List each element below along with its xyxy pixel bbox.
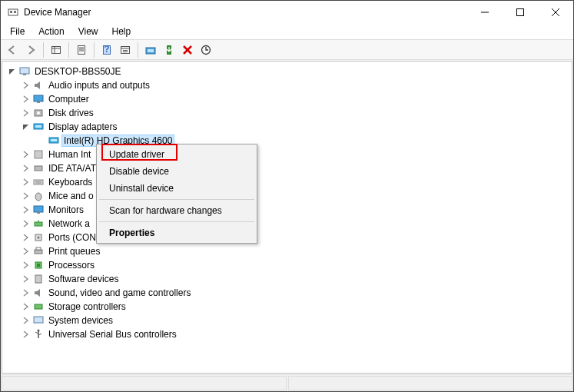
- tree-node-disk[interactable]: Disk drives: [2, 106, 572, 120]
- chevron-right-icon[interactable]: [21, 95, 32, 103]
- minimize-button[interactable]: [467, 1, 503, 24]
- context-properties[interactable]: Properties: [98, 224, 255, 241]
- chevron-right-icon[interactable]: [21, 206, 32, 214]
- node-label: Computer: [47, 94, 91, 105]
- tree-root-label: DESKTOP-BBS50JE: [33, 66, 123, 77]
- ide-icon: [32, 163, 45, 174]
- statusbar-cell: [2, 376, 287, 390]
- chevron-right-icon[interactable]: [21, 317, 32, 324]
- tree-node-network[interactable]: Network a: [2, 217, 572, 231]
- node-label: IDE ATA/AT: [47, 163, 98, 174]
- context-uninstall-device[interactable]: Uninstall device: [98, 180, 255, 197]
- node-label: Network a: [47, 218, 91, 229]
- context-update-driver[interactable]: Update driver: [98, 146, 255, 163]
- tree-node-keyboards[interactable]: Keyboards: [2, 175, 572, 189]
- enable-device-button[interactable]: [161, 42, 178, 58]
- action-button[interactable]: [117, 42, 134, 58]
- show-hide-tree-button[interactable]: [48, 42, 65, 58]
- tree-pane[interactable]: DESKTOP-BBS50JE Audio inputs and outputs…: [2, 61, 572, 374]
- svg-rect-27: [23, 74, 26, 75]
- statusbar: [1, 374, 573, 391]
- forward-button[interactable]: [22, 42, 39, 58]
- svg-text:?: ?: [104, 45, 109, 55]
- svg-rect-44: [35, 222, 42, 226]
- menu-file[interactable]: File: [4, 25, 31, 38]
- chevron-right-icon[interactable]: [21, 247, 32, 255]
- svg-rect-2: [14, 11, 16, 13]
- chevron-right-icon[interactable]: [21, 331, 32, 338]
- menu-action[interactable]: Action: [32, 25, 70, 38]
- menu-help[interactable]: Help: [106, 25, 138, 38]
- svg-point-47: [38, 237, 40, 239]
- back-button[interactable]: [4, 42, 21, 58]
- chevron-right-icon[interactable]: [21, 220, 32, 228]
- chevron-down-icon[interactable]: [21, 123, 32, 131]
- tree-node-hid[interactable]: Human Int: [2, 148, 572, 161]
- close-button[interactable]: [538, 1, 573, 24]
- tree-node-sound[interactable]: Sound, video and game controllers: [2, 286, 572, 300]
- tree-node-gpu[interactable]: Intel(R) HD Graphics 4600: [2, 134, 572, 148]
- keyboard-icon: [32, 177, 45, 188]
- chevron-down-icon[interactable]: [7, 68, 18, 75]
- chevron-right-icon[interactable]: [21, 261, 32, 269]
- svg-rect-33: [35, 125, 41, 128]
- svg-point-31: [37, 111, 40, 115]
- disk-icon: [32, 108, 45, 118]
- chevron-right-icon[interactable]: [21, 275, 32, 283]
- separator: [138, 42, 138, 58]
- device-tree: DESKTOP-BBS50JE Audio inputs and outputs…: [2, 65, 572, 341]
- properties-button[interactable]: [73, 42, 90, 58]
- chevron-right-icon[interactable]: [21, 178, 32, 186]
- node-label: Disk drives: [47, 108, 95, 118]
- chevron-right-icon[interactable]: [21, 234, 32, 241]
- tree-node-mice[interactable]: Mice and o: [2, 189, 572, 203]
- tree-node-printq[interactable]: Print queues: [2, 244, 572, 258]
- svg-rect-53: [35, 304, 42, 309]
- menu-view[interactable]: View: [72, 25, 105, 38]
- tree-root[interactable]: DESKTOP-BBS50JE: [2, 65, 572, 78]
- node-label: Audio inputs and outputs: [47, 80, 151, 91]
- help-button[interactable]: ?: [98, 42, 115, 58]
- chevron-right-icon[interactable]: [21, 164, 32, 172]
- tree-node-ide[interactable]: IDE ATA/AT: [2, 161, 572, 175]
- chevron-right-icon[interactable]: [21, 151, 32, 158]
- tree-node-processors[interactable]: Processors: [2, 258, 572, 272]
- maximize-button[interactable]: [503, 1, 538, 24]
- chevron-right-icon[interactable]: [21, 192, 32, 200]
- uninstall-device-button[interactable]: [179, 42, 196, 58]
- separator: [68, 42, 69, 58]
- node-label: Storage controllers: [47, 301, 128, 312]
- node-label: Universal Serial Bus controllers: [47, 329, 178, 340]
- node-label: Software devices: [47, 274, 120, 284]
- svg-rect-49: [36, 247, 41, 250]
- scan-hardware-button[interactable]: [197, 42, 214, 58]
- tree-node-storage[interactable]: Storage controllers: [2, 300, 572, 314]
- context-disable-device[interactable]: Disable device: [98, 163, 255, 180]
- chevron-right-icon[interactable]: [21, 303, 32, 311]
- node-label: Mice and o: [47, 191, 95, 201]
- svg-rect-42: [34, 206, 43, 212]
- svg-rect-29: [37, 101, 40, 103]
- tree-node-system[interactable]: System devices: [2, 314, 572, 327]
- app-icon: [7, 6, 19, 18]
- tree-node-software[interactable]: Software devices: [2, 272, 572, 286]
- svg-rect-21: [148, 49, 154, 52]
- update-driver-button[interactable]: [142, 42, 159, 58]
- tree-node-monitors[interactable]: Monitors: [2, 203, 572, 217]
- node-label: Sound, video and game controllers: [47, 287, 192, 298]
- tree-node-ports[interactable]: Ports (CON: [2, 231, 572, 244]
- tree-node-display[interactable]: Display adapters: [2, 120, 572, 134]
- chevron-right-icon[interactable]: [21, 289, 32, 297]
- chevron-right-icon[interactable]: [21, 109, 32, 117]
- tree-node-computer[interactable]: Computer: [2, 92, 572, 106]
- computer-icon: [18, 66, 32, 77]
- separator: [99, 221, 254, 222]
- tree-node-audio[interactable]: Audio inputs and outputs: [2, 78, 572, 92]
- context-scan-hardware[interactable]: Scan for hardware changes: [98, 202, 255, 219]
- chevron-right-icon[interactable]: [21, 81, 32, 89]
- device-manager-window: Device Manager File Action View Help ?: [0, 0, 574, 392]
- toolbar: ?: [1, 39, 573, 60]
- cpu-icon: [32, 260, 45, 271]
- system-icon: [32, 315, 45, 326]
- tree-node-usb[interactable]: Universal Serial Bus controllers: [2, 327, 572, 341]
